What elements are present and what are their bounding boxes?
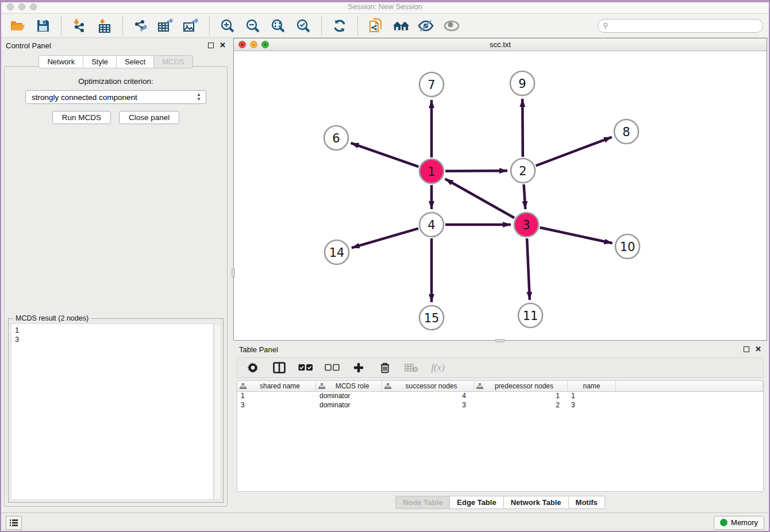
- table-cell-filler: [616, 392, 763, 401]
- graph-edge-4-14[interactable]: [352, 229, 418, 248]
- graph-edge-3-10[interactable]: [540, 228, 612, 243]
- float-panel-icon[interactable]: [208, 43, 214, 48]
- graph-node-14[interactable]: 14: [325, 240, 349, 264]
- home-icon[interactable]: [392, 17, 410, 34]
- graph-node-4[interactable]: 4: [419, 213, 444, 237]
- graph-node-3[interactable]: 3: [514, 213, 538, 237]
- delete-rows-icon[interactable]: [378, 360, 392, 375]
- export-network-icon[interactable]: [132, 17, 149, 34]
- select-all-icon[interactable]: [298, 360, 313, 375]
- app-titlebar: Session: New Session: [0, 0, 770, 14]
- memory-button[interactable]: Memory: [714, 516, 764, 530]
- import-network-icon[interactable]: [71, 17, 88, 34]
- graph-node-2[interactable]: 2: [511, 159, 535, 183]
- graph-node-7[interactable]: 7: [419, 72, 444, 97]
- column-header-shared-name[interactable]: shared name: [237, 381, 316, 391]
- mcds-result-text[interactable]: 1 3: [11, 323, 214, 500]
- graph-node-label: 10: [620, 240, 636, 254]
- graph-edge-2-8[interactable]: [536, 137, 611, 166]
- close-panel-icon[interactable]: ✕: [220, 43, 226, 48]
- run-mcds-button[interactable]: Run MCDS: [52, 111, 111, 124]
- column-header-predecessor-nodes[interactable]: predecessor nodes: [474, 381, 568, 391]
- graph-edge-3-11[interactable]: [527, 238, 530, 300]
- close-panel-button[interactable]: Close panel: [119, 111, 179, 124]
- table-panel-title: Table Panel: [239, 345, 278, 354]
- mcds-result-scrollbar[interactable]: [214, 323, 221, 500]
- search-icon: ⚲: [603, 21, 609, 30]
- table-panel: Table Panel ✕ f(x): [233, 342, 767, 511]
- optimization-criterion-select[interactable]: strongly connected component ▲▼: [25, 90, 206, 104]
- zoom-in-icon[interactable]: [219, 17, 236, 34]
- tab-edge-table[interactable]: Edge Table: [449, 496, 503, 509]
- graph-node-8[interactable]: 8: [614, 119, 638, 144]
- graph-node-label: 15: [424, 311, 440, 325]
- show-columns-icon[interactable]: [272, 360, 287, 375]
- import-table-icon[interactable]: [96, 17, 113, 34]
- zoom-fit-icon[interactable]: [270, 17, 287, 34]
- add-row-icon[interactable]: [351, 360, 366, 375]
- window-title: Session: New Session: [0, 2, 770, 11]
- graph-node-6[interactable]: 6: [324, 126, 348, 150]
- tab-network[interactable]: Network: [38, 55, 83, 68]
- table-row[interactable]: 3dominator323: [237, 401, 763, 410]
- tab-style[interactable]: Style: [83, 55, 116, 68]
- save-session-icon[interactable]: [34, 17, 52, 34]
- network-view-window: ✕ − + scc.txt 7968124314101511: [233, 38, 767, 341]
- function-builder-icon: f(x): [430, 360, 445, 375]
- list-icon: [9, 519, 18, 527]
- mcds-panel: Optimization criterion: strongly connect…: [4, 66, 228, 507]
- tab-node-table[interactable]: Node Table: [395, 496, 449, 509]
- graph-edge-3-1[interactable]: [445, 179, 515, 218]
- table-cell: dominator: [316, 401, 382, 410]
- table-row[interactable]: 1dominator411: [237, 392, 763, 401]
- export-image-icon[interactable]: [183, 17, 200, 34]
- export-table-icon[interactable]: [157, 17, 175, 34]
- float-table-panel-icon[interactable]: [744, 346, 749, 352]
- graph-edge-1-2[interactable]: [445, 171, 507, 171]
- open-session-icon[interactable]: [9, 17, 26, 34]
- settings-gear-icon[interactable]: [245, 360, 260, 375]
- table-cell: 1: [237, 392, 316, 401]
- preview-eye-icon[interactable]: [443, 17, 460, 34]
- zoom-out-icon[interactable]: [244, 17, 261, 34]
- tab-motifs[interactable]: Motifs: [568, 496, 605, 509]
- clone-network-icon[interactable]: [367, 17, 384, 34]
- tab-select[interactable]: Select: [116, 55, 153, 68]
- zoom-selected-icon[interactable]: [295, 17, 312, 34]
- search-input[interactable]: [598, 19, 763, 33]
- graph-node-label: 8: [622, 125, 630, 139]
- task-history-button[interactable]: [6, 516, 22, 530]
- control-panel-title: Control Panel: [6, 41, 51, 50]
- deselect-all-icon[interactable]: [325, 360, 340, 375]
- network-canvas[interactable]: 7968124314101511: [234, 51, 767, 340]
- column-header-name[interactable]: name: [568, 381, 616, 391]
- table-cell: dominator: [316, 392, 382, 401]
- column-header-successor-nodes[interactable]: successor nodes: [382, 381, 474, 391]
- graph-node-label: 6: [332, 132, 340, 145]
- selected-criterion: strongly connected component: [32, 93, 137, 102]
- tab-mcds[interactable]: MCDS: [153, 55, 192, 68]
- network-window-title: scc.txt: [234, 40, 767, 49]
- graph-node-label: 4: [428, 218, 435, 232]
- refresh-layout-icon[interactable]: [331, 17, 348, 34]
- graph-node-label: 11: [523, 309, 538, 323]
- node-table-header: shared name MCDS role successor nodes pr…: [237, 381, 763, 392]
- delete-table-icon: [404, 360, 419, 375]
- graph-node-10[interactable]: 10: [615, 234, 640, 259]
- graph-edge-1-6[interactable]: [351, 143, 418, 167]
- graph-node-1[interactable]: 1: [419, 159, 444, 183]
- control-panel-tabs: Network Style Select MCDS: [0, 55, 232, 68]
- graph-edge-2-9[interactable]: [522, 99, 523, 157]
- graph-node-15[interactable]: 15: [419, 306, 444, 330]
- graph-node-11[interactable]: 11: [518, 303, 542, 327]
- close-table-panel-icon[interactable]: ✕: [755, 346, 761, 352]
- table-cell: 3: [568, 401, 616, 410]
- tab-network-table[interactable]: Network Table: [503, 496, 568, 509]
- splitter-grip-left[interactable]: [232, 268, 235, 277]
- graph-edge-2-3[interactable]: [524, 184, 526, 209]
- mcds-result-legend: MCDS result (2 nodes): [13, 314, 91, 322]
- toggle-visibility-icon[interactable]: [418, 17, 435, 34]
- column-header-mcds-role[interactable]: MCDS role: [316, 381, 382, 391]
- status-bar: Memory: [0, 512, 770, 532]
- graph-node-9[interactable]: 9: [510, 71, 534, 95]
